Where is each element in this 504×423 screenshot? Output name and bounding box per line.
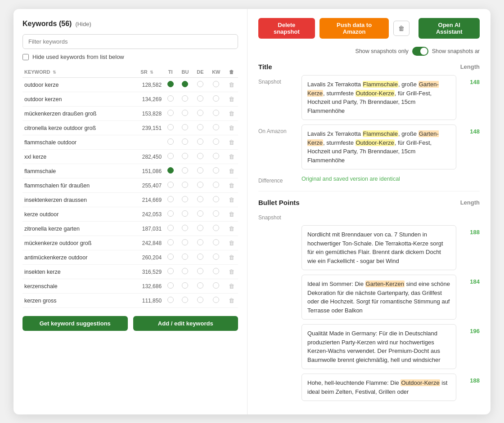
open-ai-assistant-button[interactable]: Open AI Assistant <box>418 18 480 39</box>
kw-radio[interactable] <box>213 138 219 145</box>
kw-radio[interactable] <box>213 182 219 188</box>
keyword-cell: insekten kerze <box>22 265 130 279</box>
row-delete-icon[interactable]: 🗑 <box>229 211 234 218</box>
kw-radio[interactable] <box>213 110 219 116</box>
de-radio[interactable] <box>197 268 203 274</box>
table-row: flammschale outdoor🗑 <box>22 135 238 150</box>
kw-radio[interactable] <box>213 124 219 130</box>
bu-radio[interactable] <box>182 110 188 116</box>
get-suggestions-button[interactable]: Get keyword suggestions <box>22 316 128 331</box>
kw-radio[interactable] <box>213 254 219 260</box>
de-radio[interactable] <box>197 167 203 174</box>
hide-used-checkbox[interactable] <box>22 54 29 60</box>
de-radio[interactable] <box>197 282 203 289</box>
bu-radio[interactable] <box>182 167 188 174</box>
row-delete-icon[interactable]: 🗑 <box>229 240 234 246</box>
row-delete-icon[interactable]: 🗑 <box>229 182 234 189</box>
kw-radio[interactable] <box>213 268 219 274</box>
bu-radio[interactable] <box>182 182 188 188</box>
row-delete-icon[interactable]: 🗑 <box>229 96 234 102</box>
row-delete-icon[interactable]: 🗑 <box>229 110 234 117</box>
ti-radio[interactable] <box>167 182 174 188</box>
row-delete-icon[interactable]: 🗑 <box>229 268 234 275</box>
ti-radio[interactable] <box>167 282 174 289</box>
bu-radio[interactable] <box>182 282 188 289</box>
row-delete-icon[interactable]: 🗑 <box>229 297 234 304</box>
kw-radio[interactable] <box>213 81 219 87</box>
bullet-section-content: Snapshot Nordlicht mit Brenndauer von ca… <box>258 211 480 401</box>
table-row: outdoor kerzen134,269🗑 <box>22 92 238 107</box>
kw-radio[interactable] <box>213 225 219 231</box>
ti-radio[interactable] <box>167 138 174 145</box>
de-radio[interactable] <box>197 124 203 130</box>
kw-radio[interactable] <box>213 153 219 159</box>
col-keyword[interactable]: KEYWORD ⇅ <box>22 67 130 78</box>
bu-radio[interactable] <box>182 138 188 145</box>
bu-radio[interactable] <box>182 239 188 245</box>
ti-radio[interactable] <box>167 167 174 174</box>
kw-radio[interactable] <box>213 95 219 102</box>
bu-radio[interactable] <box>182 297 188 303</box>
de-radio[interactable] <box>197 239 203 245</box>
de-radio[interactable] <box>197 81 203 87</box>
trash-button[interactable]: 🗑 <box>393 21 410 36</box>
col-sr[interactable]: SR ⇅ <box>130 67 163 78</box>
kw-radio[interactable] <box>213 167 219 174</box>
row-delete-icon[interactable]: 🗑 <box>229 153 234 160</box>
hide-link[interactable]: (Hide) <box>75 21 91 27</box>
de-radio[interactable] <box>197 110 203 116</box>
filter-keywords-input[interactable] <box>22 34 238 49</box>
bu-radio[interactable] <box>182 196 188 202</box>
row-delete-icon[interactable]: 🗑 <box>229 139 234 146</box>
bu-radio[interactable] <box>182 268 188 274</box>
table-row: citronella kerze outdoor groß239,151🗑 <box>22 121 238 135</box>
de-radio[interactable] <box>197 210 203 217</box>
kw-radio[interactable] <box>213 210 219 217</box>
ti-radio[interactable] <box>167 239 174 245</box>
de-radio[interactable] <box>197 254 203 260</box>
ti-radio[interactable] <box>167 110 174 116</box>
row-delete-icon[interactable]: 🗑 <box>229 125 234 131</box>
kw-radio[interactable] <box>213 282 219 289</box>
de-radio[interactable] <box>197 182 203 188</box>
row-delete-icon[interactable]: 🗑 <box>229 254 234 261</box>
bu-radio[interactable] <box>182 210 188 217</box>
snapshots-toggle[interactable] <box>412 47 428 56</box>
ti-radio[interactable] <box>167 153 174 159</box>
kw-radio[interactable] <box>213 297 219 303</box>
de-radio[interactable] <box>197 225 203 231</box>
bu-radio[interactable] <box>182 153 188 159</box>
ti-radio[interactable] <box>167 268 174 274</box>
sr-cell: 128,582 <box>130 78 163 92</box>
de-radio[interactable] <box>197 138 203 145</box>
row-delete-icon[interactable]: 🗑 <box>229 81 234 88</box>
bu-radio[interactable] <box>182 81 188 87</box>
push-data-button[interactable]: Push data to Amazon <box>320 18 389 39</box>
kw-radio[interactable] <box>213 239 219 245</box>
ti-radio[interactable] <box>167 196 174 202</box>
ti-radio[interactable] <box>167 297 174 303</box>
row-delete-icon[interactable]: 🗑 <box>229 225 234 232</box>
ti-radio[interactable] <box>167 124 174 130</box>
de-radio[interactable] <box>197 153 203 159</box>
row-delete-icon[interactable]: 🗑 <box>229 196 234 203</box>
ti-radio[interactable] <box>167 225 174 231</box>
kw-radio[interactable] <box>213 196 219 202</box>
sr-cell: 187,031 <box>130 222 163 236</box>
add-edit-keywords-button[interactable]: Add / edit keywords <box>133 316 238 331</box>
bu-radio[interactable] <box>182 254 188 260</box>
ti-radio[interactable] <box>167 254 174 260</box>
de-radio[interactable] <box>197 196 203 202</box>
row-delete-icon[interactable]: 🗑 <box>229 168 234 174</box>
de-radio[interactable] <box>197 297 203 303</box>
bu-radio[interactable] <box>182 225 188 231</box>
row-delete-icon[interactable]: 🗑 <box>229 283 234 289</box>
bu-radio[interactable] <box>182 95 188 102</box>
bu-radio[interactable] <box>182 124 188 130</box>
ti-radio[interactable] <box>167 81 174 87</box>
ti-radio[interactable] <box>167 210 174 217</box>
ti-radio[interactable] <box>167 95 174 102</box>
table-row: mückenkerzen draußen groß153,828🗑 <box>22 107 238 121</box>
delete-snapshot-button[interactable]: Delete snapshot <box>258 18 315 39</box>
de-radio[interactable] <box>197 95 203 102</box>
